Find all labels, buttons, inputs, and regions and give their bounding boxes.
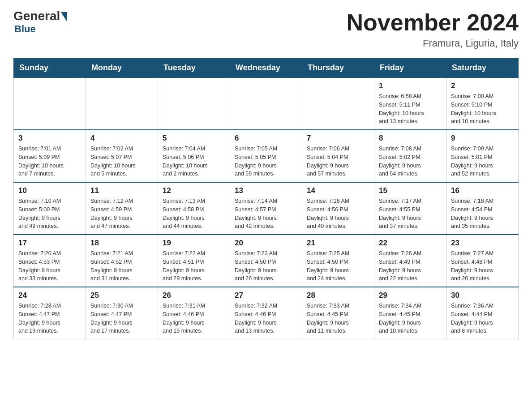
calendar-cell: 18Sunrise: 7:21 AM Sunset: 4:52 PM Dayli… <box>86 235 158 287</box>
calendar-cell: 8Sunrise: 7:08 AM Sunset: 5:02 PM Daylig… <box>374 130 446 182</box>
day-number: 8 <box>379 134 442 143</box>
calendar-cell <box>14 77 86 130</box>
day-info: Sunrise: 7:16 AM Sunset: 4:56 PM Dayligh… <box>307 197 369 231</box>
day-number: 27 <box>235 291 297 300</box>
logo-arrow-icon <box>61 12 67 22</box>
day-number: 14 <box>307 186 369 195</box>
weekday-header-friday: Friday <box>374 59 446 78</box>
calendar-cell: 24Sunrise: 7:28 AM Sunset: 4:47 PM Dayli… <box>14 287 86 339</box>
day-info: Sunrise: 7:12 AM Sunset: 4:59 PM Dayligh… <box>90 197 153 231</box>
calendar-cell: 28Sunrise: 7:33 AM Sunset: 4:45 PM Dayli… <box>302 287 374 339</box>
day-info: Sunrise: 7:27 AM Sunset: 4:48 PM Dayligh… <box>451 249 514 283</box>
weekday-header-tuesday: Tuesday <box>158 59 230 78</box>
weekday-header-monday: Monday <box>86 59 158 78</box>
calendar-cell: 15Sunrise: 7:17 AM Sunset: 4:55 PM Dayli… <box>374 182 446 235</box>
calendar-cell: 16Sunrise: 7:18 AM Sunset: 4:54 PM Dayli… <box>446 182 519 235</box>
calendar-title: November 2024 <box>347 9 519 36</box>
day-number: 15 <box>379 186 442 195</box>
calendar-cell: 14Sunrise: 7:16 AM Sunset: 4:56 PM Dayli… <box>302 182 374 235</box>
day-info: Sunrise: 7:23 AM Sunset: 4:50 PM Dayligh… <box>235 249 297 283</box>
day-info: Sunrise: 7:28 AM Sunset: 4:47 PM Dayligh… <box>18 302 81 335</box>
calendar-header: SundayMondayTuesdayWednesdayThursdayFrid… <box>14 59 519 78</box>
calendar-cell: 21Sunrise: 7:25 AM Sunset: 4:50 PM Dayli… <box>302 235 374 287</box>
weekday-header-saturday: Saturday <box>446 59 519 78</box>
logo-general-text: General <box>13 9 60 23</box>
calendar-cell <box>302 77 374 130</box>
day-number: 4 <box>90 134 153 143</box>
day-number: 7 <box>307 134 369 143</box>
calendar-week-2: 3Sunrise: 7:01 AM Sunset: 5:09 PM Daylig… <box>14 130 519 182</box>
day-info: Sunrise: 7:20 AM Sunset: 4:53 PM Dayligh… <box>18 249 81 283</box>
day-info: Sunrise: 7:21 AM Sunset: 4:52 PM Dayligh… <box>90 249 153 283</box>
day-number: 23 <box>451 239 514 248</box>
day-number: 26 <box>163 291 225 300</box>
calendar-week-5: 24Sunrise: 7:28 AM Sunset: 4:47 PM Dayli… <box>14 287 519 339</box>
location-subtitle: Framura, Liguria, Italy <box>347 38 519 49</box>
day-info: Sunrise: 7:17 AM Sunset: 4:55 PM Dayligh… <box>379 197 442 231</box>
calendar-cell: 30Sunrise: 7:36 AM Sunset: 4:44 PM Dayli… <box>446 287 519 339</box>
calendar-cell: 20Sunrise: 7:23 AM Sunset: 4:50 PM Dayli… <box>230 235 302 287</box>
calendar-cell: 9Sunrise: 7:09 AM Sunset: 5:01 PM Daylig… <box>446 130 519 182</box>
day-info: Sunrise: 7:04 AM Sunset: 5:06 PM Dayligh… <box>163 145 225 178</box>
day-info: Sunrise: 7:14 AM Sunset: 4:57 PM Dayligh… <box>235 197 297 231</box>
calendar-cell: 25Sunrise: 7:30 AM Sunset: 4:47 PM Dayli… <box>86 287 158 339</box>
page-header: General Blue November 2024 Framura, Ligu… <box>13 9 519 49</box>
day-number: 1 <box>379 81 442 90</box>
day-info: Sunrise: 7:02 AM Sunset: 5:07 PM Dayligh… <box>90 145 153 178</box>
day-info: Sunrise: 7:13 AM Sunset: 4:58 PM Dayligh… <box>163 197 225 231</box>
calendar-cell: 22Sunrise: 7:26 AM Sunset: 4:49 PM Dayli… <box>374 235 446 287</box>
calendar-cell: 6Sunrise: 7:05 AM Sunset: 5:05 PM Daylig… <box>230 130 302 182</box>
calendar-cell <box>158 77 230 130</box>
day-number: 6 <box>235 134 297 143</box>
day-info: Sunrise: 7:26 AM Sunset: 4:49 PM Dayligh… <box>379 249 442 283</box>
day-number: 11 <box>90 186 153 195</box>
day-info: Sunrise: 7:06 AM Sunset: 5:04 PM Dayligh… <box>307 145 369 178</box>
calendar-cell: 26Sunrise: 7:31 AM Sunset: 4:46 PM Dayli… <box>158 287 230 339</box>
day-info: Sunrise: 7:01 AM Sunset: 5:09 PM Dayligh… <box>18 145 81 178</box>
weekday-header-wednesday: Wednesday <box>230 59 302 78</box>
day-number: 28 <box>307 291 369 300</box>
day-info: Sunrise: 7:10 AM Sunset: 5:00 PM Dayligh… <box>18 197 81 231</box>
calendar-cell: 10Sunrise: 7:10 AM Sunset: 5:00 PM Dayli… <box>14 182 86 235</box>
day-number: 30 <box>451 291 514 300</box>
title-section: November 2024 Framura, Liguria, Italy <box>347 9 519 49</box>
calendar-cell: 12Sunrise: 7:13 AM Sunset: 4:58 PM Dayli… <box>158 182 230 235</box>
day-info: Sunrise: 7:36 AM Sunset: 4:44 PM Dayligh… <box>451 302 514 335</box>
logo-blue-text: Blue <box>14 23 36 35</box>
calendar-cell: 13Sunrise: 7:14 AM Sunset: 4:57 PM Dayli… <box>230 182 302 235</box>
calendar-cell: 5Sunrise: 7:04 AM Sunset: 5:06 PM Daylig… <box>158 130 230 182</box>
day-info: Sunrise: 6:58 AM Sunset: 5:11 PM Dayligh… <box>379 92 442 126</box>
day-number: 20 <box>235 239 297 248</box>
calendar-cell: 2Sunrise: 7:00 AM Sunset: 5:10 PM Daylig… <box>446 77 519 130</box>
calendar-cell: 1Sunrise: 6:58 AM Sunset: 5:11 PM Daylig… <box>374 77 446 130</box>
day-number: 3 <box>18 134 81 143</box>
day-info: Sunrise: 7:05 AM Sunset: 5:05 PM Dayligh… <box>235 145 297 178</box>
day-number: 16 <box>451 186 514 195</box>
day-number: 24 <box>18 291 81 300</box>
calendar-cell: 7Sunrise: 7:06 AM Sunset: 5:04 PM Daylig… <box>302 130 374 182</box>
day-info: Sunrise: 7:34 AM Sunset: 4:45 PM Dayligh… <box>379 302 442 335</box>
logo: General Blue <box>13 9 67 35</box>
day-number: 12 <box>163 186 225 195</box>
calendar-cell: 11Sunrise: 7:12 AM Sunset: 4:59 PM Dayli… <box>86 182 158 235</box>
calendar-cell: 23Sunrise: 7:27 AM Sunset: 4:48 PM Dayli… <box>446 235 519 287</box>
weekday-header-row: SundayMondayTuesdayWednesdayThursdayFrid… <box>14 59 519 78</box>
day-number: 21 <box>307 239 369 248</box>
calendar-cell: 27Sunrise: 7:32 AM Sunset: 4:46 PM Dayli… <box>230 287 302 339</box>
day-number: 2 <box>451 81 514 90</box>
day-info: Sunrise: 7:25 AM Sunset: 4:50 PM Dayligh… <box>307 249 369 283</box>
day-info: Sunrise: 7:31 AM Sunset: 4:46 PM Dayligh… <box>163 302 225 335</box>
weekday-header-thursday: Thursday <box>302 59 374 78</box>
day-info: Sunrise: 7:32 AM Sunset: 4:46 PM Dayligh… <box>235 302 297 335</box>
calendar-cell: 4Sunrise: 7:02 AM Sunset: 5:07 PM Daylig… <box>86 130 158 182</box>
calendar-table: SundayMondayTuesdayWednesdayThursdayFrid… <box>13 58 519 339</box>
day-number: 13 <box>235 186 297 195</box>
calendar-cell: 17Sunrise: 7:20 AM Sunset: 4:53 PM Dayli… <box>14 235 86 287</box>
calendar-week-3: 10Sunrise: 7:10 AM Sunset: 5:00 PM Dayli… <box>14 182 519 235</box>
calendar-cell: 3Sunrise: 7:01 AM Sunset: 5:09 PM Daylig… <box>14 130 86 182</box>
day-number: 10 <box>18 186 81 195</box>
day-info: Sunrise: 7:08 AM Sunset: 5:02 PM Dayligh… <box>379 145 442 178</box>
day-number: 18 <box>90 239 153 248</box>
day-number: 17 <box>18 239 81 248</box>
calendar-body: 1Sunrise: 6:58 AM Sunset: 5:11 PM Daylig… <box>14 77 519 339</box>
